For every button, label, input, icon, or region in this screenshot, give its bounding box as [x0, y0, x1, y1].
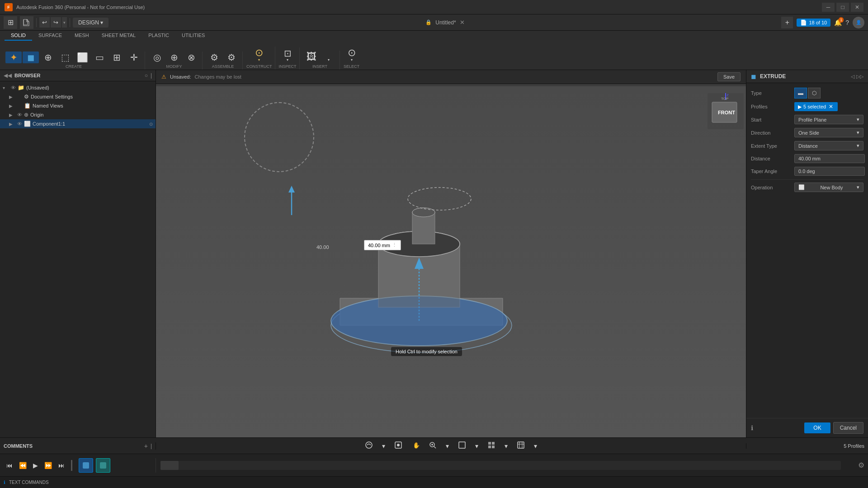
file-menu-button[interactable] [20, 16, 33, 29]
info-button[interactable]: ℹ [751, 424, 753, 432]
distance-input[interactable] [794, 154, 865, 163]
close-tab-button[interactable]: ✕ [460, 19, 465, 26]
play-forward-button[interactable]: ⏩ [42, 461, 54, 470]
taper-angle-input[interactable] [794, 167, 865, 176]
profiles-count: 5 selected [803, 104, 826, 109]
pan-button[interactable]: ✋ [409, 440, 422, 452]
view-options-button[interactable] [514, 440, 528, 452]
play-back-button[interactable]: ⏪ [17, 461, 28, 470]
maximize-button[interactable]: □ [836, 3, 849, 12]
zoom-dropdown-button[interactable]: ▾ [443, 441, 452, 451]
zoom-button[interactable] [426, 440, 439, 452]
tree-item-named-views[interactable]: ▶ 👁 📋 Named Views [0, 101, 156, 110]
web-button[interactable]: ⊞ [108, 52, 125, 63]
tab-utilities[interactable]: UTILITIES [175, 31, 211, 41]
view-cube[interactable]: Z TOP FRONT [705, 91, 741, 127]
user-avatar[interactable]: 👤 [853, 17, 864, 28]
insert-dropdown-button[interactable]: ▾ [321, 56, 337, 63]
fillet-icon: ◎ [153, 53, 161, 62]
cancel-button[interactable]: Cancel [833, 422, 863, 434]
sweep-button[interactable]: ⬜ [74, 52, 90, 63]
unsaved-label: (Unsaved) [26, 85, 49, 90]
tree-item-unsaved[interactable]: ▾ 👁 📁 (Unsaved) [0, 83, 156, 92]
3d-viewport[interactable]: 40.00 40.00 mm ⋮ Hold Ctrl to modify sel… [156, 86, 746, 437]
display-mode-button[interactable] [455, 440, 469, 452]
rib-button[interactable]: ▭ [91, 52, 108, 63]
profiles-clear-button[interactable]: ✕ [828, 103, 834, 110]
play-button[interactable]: ▶ [31, 461, 40, 470]
direction-dropdown[interactable]: One Side ▾ [794, 128, 863, 137]
ribbon-content: ✦ ◼ ⊕ ⬚ ⬜ ▭ ⊞ [0, 41, 868, 70]
insert-image-button[interactable]: 🖼 [303, 51, 320, 63]
type-solid-button[interactable]: ▬ [794, 88, 807, 99]
redo-button[interactable]: ↪ [51, 17, 61, 28]
play-first-button[interactable]: ⏮ [5, 461, 14, 470]
profiles-badge[interactable]: ▶ 5 selected ✕ [794, 102, 838, 111]
type-surface-button[interactable]: ⬡ [808, 88, 821, 99]
fillet-button[interactable]: ◎ [149, 52, 165, 63]
timeline-settings-button[interactable]: ⚙ [845, 461, 868, 469]
inspect-button[interactable]: ⊡ ▾ [279, 47, 296, 63]
play-last-button[interactable]: ⏭ [57, 461, 66, 470]
display-dropdown-button[interactable]: ▾ [472, 441, 481, 451]
new-tab-button[interactable]: + [781, 17, 793, 28]
start-dropdown[interactable]: Profile Plane ▾ [794, 115, 863, 124]
save-button[interactable]: Save [717, 72, 741, 81]
extrude-button[interactable]: ◼ [23, 52, 39, 63]
tab-mesh[interactable]: MESH [68, 31, 95, 41]
tab-solid[interactable]: SOLID [5, 31, 32, 41]
help-button[interactable]: ? [845, 19, 849, 26]
tab-surface[interactable]: SURFACE [32, 31, 68, 41]
orbit-dropdown-button[interactable]: ▾ [379, 441, 388, 451]
tree-item-origin[interactable]: ▶ 👁 ⊕ Origin [0, 110, 156, 119]
minimize-button[interactable]: ─ [822, 3, 835, 12]
browser-toggle-button[interactable]: | [151, 72, 152, 79]
extrude-icon: ◼ [27, 53, 35, 62]
timeline-feature-2[interactable] [96, 458, 110, 473]
timeline-feature-1[interactable] [79, 458, 93, 473]
undo-dropdown[interactable]: ▾ [62, 17, 67, 28]
undo-button[interactable]: ↩ [39, 17, 50, 28]
tab-plastic[interactable]: PLASTIC [142, 31, 175, 41]
comments-toggle-button[interactable]: | [151, 443, 152, 449]
close-button[interactable]: ✕ [851, 3, 863, 12]
operation-dropdown-arrow: ▾ [857, 184, 859, 190]
shell-button[interactable]: ⊗ [183, 52, 199, 63]
chamfer-button[interactable]: ⊕ [166, 52, 182, 63]
ok-button[interactable]: OK [804, 422, 830, 433]
assemble-btn2[interactable]: ⚙ [223, 52, 240, 63]
operation-icon: ⬜ [798, 184, 805, 190]
operation-dropdown[interactable]: ⬜ New Body ▾ [794, 183, 863, 192]
revolve-button[interactable]: ⊕ [40, 52, 56, 63]
create-sketch-button[interactable]: ✦ [5, 52, 22, 63]
workspace-button[interactable]: DESIGN ▾ [73, 18, 108, 28]
orbit-button[interactable] [362, 440, 376, 452]
nav-count-badge[interactable]: 📄 18 of 10 [797, 19, 830, 27]
tree-item-component[interactable]: ▶ 👁 ⬜ Component1:1 ⊙ [0, 119, 156, 128]
view-options-dropdown-button[interactable]: ▾ [531, 441, 540, 451]
grid-button[interactable] [485, 440, 498, 452]
comments-add-button[interactable]: + [144, 442, 148, 450]
dimension-tooltip[interactable]: 40.00 mm ⋮ [364, 240, 401, 250]
panel-expand-button[interactable]: ▷▷ [856, 74, 863, 80]
timeline-track[interactable] [156, 461, 845, 470]
browser-collapse-button[interactable]: ◀◀ [4, 72, 12, 79]
construct-button[interactable]: ⊙ ▾ [251, 47, 267, 63]
apps-button[interactable]: ⊞ [4, 16, 17, 29]
edit-dimension-icon[interactable]: ⋮ [392, 242, 397, 248]
grid-dropdown-button[interactable]: ▾ [502, 441, 510, 451]
settings-gear-icon[interactable]: ⚙ [858, 461, 864, 469]
move-button[interactable]: ✛ [126, 52, 142, 63]
browser-options-button[interactable]: ○ [145, 72, 148, 79]
distance-row: Distance [751, 154, 863, 163]
loft-button[interactable]: ⬚ [57, 52, 73, 63]
tab-sheet-metal[interactable]: SHEET METAL [95, 31, 142, 41]
extent-type-dropdown[interactable]: Distance ▾ [794, 141, 863, 150]
tree-item-document-settings[interactable]: ▶ 👁 ⚙ Document Settings [0, 92, 156, 101]
select-button[interactable]: ⊙ ▾ [344, 47, 360, 63]
ribbon-group-insert: 🖼 ▾ INSERT [301, 51, 340, 70]
notifications-button[interactable]: 🔔 1 [834, 19, 842, 26]
look-at-button[interactable] [392, 440, 405, 452]
panel-pin-button[interactable]: ◁ [851, 74, 854, 80]
assemble-btn1[interactable]: ⚙ [206, 52, 222, 63]
